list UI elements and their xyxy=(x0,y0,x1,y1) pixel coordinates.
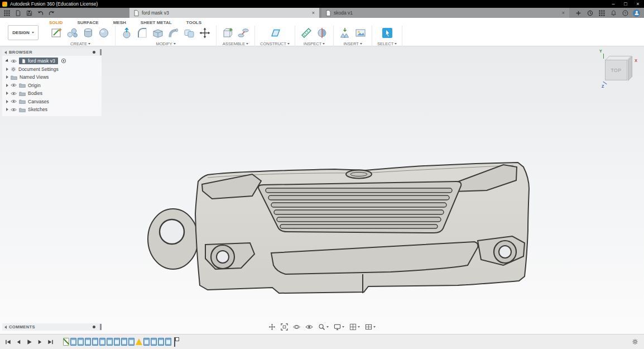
browser-item-sketches[interactable]: Sketches xyxy=(2,106,102,114)
expand-arrow-icon[interactable] xyxy=(6,92,8,95)
construction-plane-icon[interactable] xyxy=(269,27,281,39)
tab-surface[interactable]: SURFACE xyxy=(77,20,98,25)
joint-icon[interactable] xyxy=(237,27,249,39)
decal-icon[interactable] xyxy=(354,27,367,39)
timeline-feature-canvas[interactable] xyxy=(85,338,91,346)
app-grid-icon[interactable] xyxy=(2,9,12,17)
browser-item-bodies[interactable]: Bodies xyxy=(2,89,102,98)
timeline-feature-canvas[interactable] xyxy=(128,338,134,346)
panel-options-icon[interactable] xyxy=(93,51,95,54)
close-button[interactable]: × xyxy=(632,0,644,8)
extrude-icon[interactable] xyxy=(82,27,94,39)
orbit-icon[interactable] xyxy=(293,323,300,331)
measure-icon[interactable] xyxy=(300,27,313,39)
model-ford-mask[interactable] xyxy=(138,157,535,302)
expand-arrow-icon[interactable] xyxy=(5,59,9,63)
timeline-feature-canvas[interactable] xyxy=(121,338,127,346)
create-sketch-icon[interactable] xyxy=(51,27,63,39)
insert-mesh-icon[interactable] xyxy=(339,27,351,39)
timeline-feature-canvas[interactable] xyxy=(107,338,113,346)
skip-to-end-icon[interactable] xyxy=(47,338,54,346)
tab-solid[interactable]: SOLID xyxy=(49,20,63,25)
display-settings-icon[interactable] xyxy=(334,323,344,331)
create-form-icon[interactable] xyxy=(66,27,79,39)
document-tab-active[interactable]: ford mask v3 × xyxy=(129,8,319,18)
activate-component-icon[interactable] xyxy=(61,58,66,64)
expand-arrow-icon[interactable] xyxy=(6,100,8,103)
visibility-eye-icon[interactable] xyxy=(11,99,17,103)
browser-item-named-views[interactable]: Named Views xyxy=(2,73,102,82)
expand-arrow-icon[interactable] xyxy=(6,108,8,111)
file-menu-icon[interactable] xyxy=(13,9,23,17)
view-cube-front-face[interactable]: TOP xyxy=(605,60,627,80)
inspect-dropdown[interactable]: INSPECT xyxy=(304,41,325,46)
sweep-icon[interactable] xyxy=(167,27,180,39)
tab-sheet-metal[interactable]: SHEET METAL xyxy=(141,20,172,25)
timeline-feature-canvas[interactable] xyxy=(158,338,164,346)
save-icon[interactable] xyxy=(24,9,34,17)
view-cube-right-face[interactable] xyxy=(628,56,632,81)
extensions-icon[interactable] xyxy=(598,9,605,17)
visibility-eye-icon[interactable] xyxy=(11,108,17,112)
timeline-settings-gear-icon[interactable] xyxy=(632,338,638,345)
timeline-feature-canvas[interactable] xyxy=(70,338,76,346)
tab-tools[interactable]: TOOLS xyxy=(186,20,201,25)
timeline-feature-warning-icon[interactable] xyxy=(136,338,142,345)
panel-options-icon[interactable] xyxy=(93,326,95,328)
fit-icon[interactable] xyxy=(281,323,288,331)
fillet-icon[interactable] xyxy=(136,27,148,39)
comments-header[interactable]: COMMENTS xyxy=(2,323,102,331)
expand-arrow-icon[interactable] xyxy=(6,68,8,71)
select-dropdown[interactable]: SELECT xyxy=(377,41,397,46)
timeline-feature-canvas[interactable] xyxy=(99,338,105,346)
expand-arrow-icon[interactable] xyxy=(6,75,8,79)
sphere-icon[interactable] xyxy=(98,27,110,39)
construct-dropdown[interactable]: CONSTRUCT xyxy=(260,41,290,46)
combine-icon[interactable] xyxy=(183,27,195,39)
workspace-selector[interactable]: DESIGN xyxy=(8,25,39,40)
panel-scrollbar[interactable] xyxy=(100,49,102,55)
section-analysis-icon[interactable] xyxy=(316,27,328,39)
tab-mesh[interactable]: MESH xyxy=(113,20,126,25)
notifications-bell-icon[interactable] xyxy=(609,9,617,17)
timeline-feature-canvas[interactable] xyxy=(143,338,150,346)
timeline-feature-canvas[interactable] xyxy=(114,338,120,346)
profile-avatar[interactable] xyxy=(633,9,640,17)
shell-icon[interactable] xyxy=(152,27,164,39)
browser-header[interactable]: BROWSER xyxy=(2,49,102,56)
create-dropdown[interactable]: CREATE xyxy=(70,41,90,46)
expand-arrow-icon[interactable] xyxy=(6,84,8,87)
pan-icon[interactable] xyxy=(268,323,276,331)
viewports-icon[interactable] xyxy=(365,323,376,331)
step-forward-icon[interactable] xyxy=(36,338,44,346)
job-status-icon[interactable] xyxy=(586,9,594,17)
play-icon[interactable] xyxy=(26,338,33,346)
tab-close-icon[interactable]: × xyxy=(312,10,315,16)
browser-root-item[interactable]: ford mask v3 xyxy=(19,58,58,64)
timeline-feature-canvas[interactable] xyxy=(151,338,157,346)
model-canvas[interactable]: BROWSER ford mask v3 Document xyxy=(0,46,644,334)
panel-scrollbar[interactable] xyxy=(100,324,102,330)
timeline-feature-canvas[interactable] xyxy=(165,338,171,346)
zoom-icon[interactable] xyxy=(318,323,329,331)
visibility-eye-icon[interactable] xyxy=(11,83,17,87)
assemble-dropdown[interactable]: ASSEMBLE xyxy=(223,41,248,46)
step-back-icon[interactable] xyxy=(15,338,22,346)
help-icon[interactable]: ? xyxy=(621,9,629,17)
add-tab-icon[interactable] xyxy=(574,9,582,17)
maximize-button[interactable]: □ xyxy=(619,0,632,8)
view-cube[interactable]: TOP X Y Z xyxy=(599,51,636,85)
tab-close-icon[interactable]: × xyxy=(562,10,565,16)
move-copy-icon[interactable] xyxy=(199,27,211,39)
browser-item-origin[interactable]: Origin xyxy=(2,82,102,90)
visibility-eye-icon[interactable] xyxy=(11,92,17,95)
grid-settings-icon[interactable] xyxy=(349,323,360,331)
minimize-button[interactable]: – xyxy=(607,0,619,8)
timeline-feature-sketch[interactable] xyxy=(63,338,69,346)
timeline-feature-canvas[interactable] xyxy=(78,338,84,346)
visibility-eye-icon[interactable] xyxy=(11,59,17,63)
new-component-icon[interactable] xyxy=(222,27,234,39)
browser-root-row[interactable]: ford mask v3 xyxy=(2,57,102,65)
modify-dropdown[interactable]: MODIFY xyxy=(156,41,175,46)
skip-to-start-icon[interactable] xyxy=(4,338,12,346)
